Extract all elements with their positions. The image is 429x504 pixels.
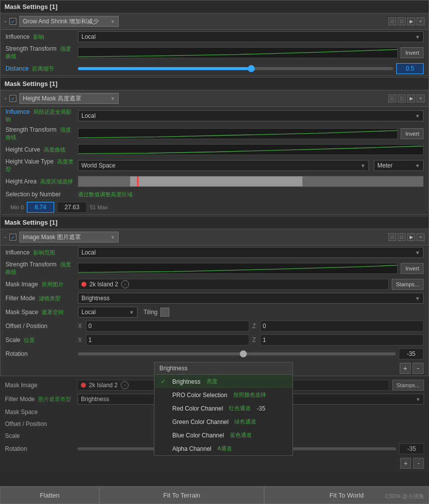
blurred-filter-label: Filter Mode 图片遮罩类型: [5, 396, 74, 403]
panel1-influence-label: Influence 影响: [5, 33, 75, 41]
panel3-icon-4[interactable]: ×: [417, 233, 425, 241]
panel2-height-area-row: Height Area 高度区域选择: [0, 174, 429, 188]
panel2-header: - Height Mask 高度遮罩 ▼ □ □ ▶ ×: [0, 90, 429, 107]
panel3-invert-btn[interactable]: Invert: [401, 263, 424, 274]
panel3-filter-mode-label: Filter Mode 滤镜类型: [5, 295, 75, 302]
panel3-rotation-slider[interactable]: [78, 348, 396, 359]
panel1-influence-dropdown[interactable]: Local ▼: [78, 31, 424, 42]
panel2-selection-cn: 通过数值调整高度区域: [78, 191, 133, 198]
panel1-distance-slider[interactable]: [78, 63, 393, 74]
panel3-icon-1[interactable]: □: [388, 233, 396, 241]
blurred-image-name: 2k Island 2: [89, 382, 118, 389]
red-channel-extra: -35: [257, 405, 265, 412]
brightness-check-icon: ✓: [160, 378, 168, 385]
panel2-type-dropdown[interactable]: Height Mask 高度遮罩 ▼: [19, 93, 119, 104]
dropdown-item-red-channel[interactable]: Red Color Channel 红色通道 -35: [154, 402, 292, 415]
panel2-min-input[interactable]: [27, 202, 54, 213]
panel3-influence-dropdown[interactable]: Local ▼: [78, 247, 424, 258]
panel3-icon-2[interactable]: □: [398, 233, 406, 241]
panel3-minus[interactable]: -: [4, 234, 6, 241]
panel3-offset-label: Offset / Position: [5, 323, 75, 330]
dropdown-item-pro-color[interactable]: PRO Color Selection 按照颜色选择: [154, 388, 292, 402]
panel2-invert-btn[interactable]: Invert: [401, 128, 424, 139]
panel2-icon-3[interactable]: ▶: [407, 94, 415, 102]
panel1-main-title: Mask Settings [1]: [0, 0, 429, 13]
panel2-influence-dropdown[interactable]: Local ▼: [78, 110, 424, 121]
panel3-tiling-label: Tiling: [143, 309, 157, 316]
panel1-checkbox[interactable]: [9, 18, 16, 25]
blurred-rotation-label: Rotation: [5, 445, 74, 452]
panel1-distance-input[interactable]: [396, 63, 424, 74]
dropdown-item-green-channel[interactable]: Green Color Channel 绿色通道: [154, 415, 292, 428]
flatten-btn[interactable]: Flatten: [0, 486, 99, 504]
panel1-distance-label: Distance 距离细节: [5, 65, 75, 73]
panel3-strength-label: Strength Transform 强度曲线: [5, 261, 75, 276]
panel1-type-dropdown[interactable]: Grow And Shrink 增加和减少 ▼: [19, 16, 119, 27]
panel2-hvt-dropdown[interactable]: World Space ▼: [78, 160, 369, 171]
panel3-tiling-checkbox[interactable]: [160, 308, 169, 317]
panel2-header-icons: □ □ ▶ ×: [388, 94, 425, 102]
panel2-strength-row: Strength Transform 强度曲线 Invert: [0, 125, 429, 143]
panel2-influence-label: Influence 局部还是全局影响: [5, 108, 75, 123]
panel2-icon-4[interactable]: ×: [417, 94, 425, 102]
alpha-channel-label-cn: A通道: [217, 445, 232, 452]
dropdown-item-blue-channel[interactable]: Blue Color Channel 蓝色通道: [154, 428, 292, 442]
panel2-minus[interactable]: -: [4, 95, 6, 102]
panel-grow-shrink: Mask Settings [1] - Grow And Shrink 增加和减…: [0, 0, 429, 76]
blurred-remove-btn: -: [413, 458, 424, 469]
pro-color-label-en: PRO Color Selection: [172, 392, 227, 399]
panel3-offset-x-input[interactable]: [86, 321, 249, 332]
panel3-header-icons: □ □ ▶ ×: [388, 233, 425, 241]
panel2-height-curve-label: Height Curve 高度曲线: [5, 146, 75, 154]
blurred-offset-label: Offset / Position: [5, 420, 74, 427]
panel3-mask-space-label: Mask Space 遮罩空间: [5, 309, 75, 316]
blurred-red-dot: [81, 383, 86, 388]
panel2-icon-2[interactable]: □: [398, 94, 406, 102]
panel3-filter-mode-dropdown[interactable]: Brightness ▼: [78, 293, 424, 304]
panel3-scale-z-input[interactable]: [260, 335, 424, 345]
panel2-icon-1[interactable]: □: [388, 94, 396, 102]
panel2-min-label: Min 0: [10, 204, 24, 210]
panel2-checkbox[interactable]: [9, 95, 16, 102]
panel3-remove-btn[interactable]: -: [413, 363, 424, 374]
panel3-strength-row: Strength Transform 强度曲线 Invert: [0, 259, 429, 277]
panel1-icon-3[interactable]: ▶: [407, 17, 415, 25]
panel3-offset-z-label: Z: [252, 323, 258, 330]
panel3-rotation-row: Rotation: [0, 347, 429, 361]
panel3-scale-z-label: Z: [252, 336, 258, 343]
panel1-minus[interactable]: -: [4, 18, 6, 25]
dropdown-item-brightness[interactable]: ✓ Brightness 亮度: [154, 375, 292, 388]
blurred-rotation-input: [399, 443, 424, 454]
panel3-mask-image-label: Mask Image 所用图片: [5, 281, 75, 288]
panel1-invert-btn[interactable]: Invert: [401, 47, 424, 58]
watermark: CSDN @小清兔: [385, 493, 424, 500]
panel3-scale-x-group: X: [78, 335, 249, 345]
panel2-unit-dropdown[interactable]: Meter ▼: [374, 160, 424, 171]
panel3-rotation-input[interactable]: [399, 348, 424, 359]
panel3-header: - Image Mask 图片遮罩 ▼ □ □ ▶ ×: [0, 229, 429, 246]
panel1-icon-1[interactable]: □: [388, 17, 396, 25]
panel2-height-area-slider[interactable]: [78, 176, 424, 187]
brightness-label-cn: 亮度: [207, 378, 217, 385]
panel3-offset-z-input[interactable]: [260, 321, 424, 332]
panel1-icon-4[interactable]: ×: [417, 17, 425, 25]
fit-terrain-btn[interactable]: Fit To Terrain: [99, 486, 264, 504]
panel3-checkbox[interactable]: [9, 234, 16, 241]
panel3-add-btn[interactable]: +: [400, 363, 411, 374]
panel3-scale-x-input[interactable]: [86, 335, 249, 345]
panel3-mask-space-dropdown[interactable]: Local ▼: [78, 307, 138, 318]
panel3-type-dropdown[interactable]: Image Mask 图片遮罩 ▼: [19, 232, 119, 243]
blurred-mask-space-label: Mask Space: [5, 409, 74, 416]
panel3-filter-mode-row: Filter Mode 滤镜类型 Brightness ▼: [0, 291, 429, 305]
panel2-max-input[interactable]: [57, 202, 87, 213]
blurred-add-remove: + -: [0, 456, 429, 471]
dropdown-item-alpha-channel[interactable]: Alpha Channel A通道: [154, 442, 292, 455]
mask-image-circle-icon[interactable]: ○: [121, 280, 129, 288]
panel2-height-area-label: Height Area 高度区域选择: [5, 178, 75, 185]
panel2-height-curve: [78, 144, 424, 155]
panel3-icon-3[interactable]: ▶: [407, 233, 415, 241]
panel1-icon-2[interactable]: □: [398, 17, 406, 25]
panel3-stamps-btn[interactable]: Stamps...: [392, 279, 424, 290]
blue-channel-label-en: Blue Color Channel: [172, 432, 224, 439]
panel3-mask-space-row: Mask Space 遮罩空间 Local ▼ Tiling: [0, 305, 429, 319]
